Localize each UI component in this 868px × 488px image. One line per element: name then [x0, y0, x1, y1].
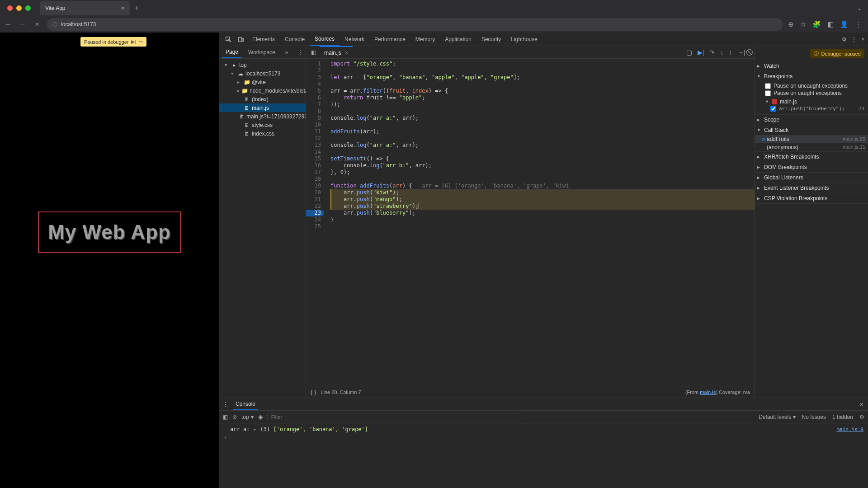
pause-caught-checkbox[interactable]: Pause on caught exceptions: [765, 89, 868, 97]
section-xhr[interactable]: ▶XHR/fetch Breakpoints: [755, 152, 868, 162]
resume-icon[interactable]: ▶|: [131, 39, 136, 45]
close-drawer-icon[interactable]: ×: [860, 401, 868, 408]
tab-lighthouse[interactable]: Lighthouse: [506, 33, 542, 46]
tab-console[interactable]: Console: [280, 33, 310, 46]
nav-tab-page[interactable]: Page: [222, 46, 242, 58]
section-callstack[interactable]: ▼Call Stack: [755, 125, 868, 135]
extensions-icon[interactable]: 🧩: [812, 20, 821, 28]
clear-console-icon[interactable]: ⊘: [232, 414, 237, 420]
section-event[interactable]: ▶Event Listener Breakpoints: [755, 183, 868, 193]
expand-icon[interactable]: ▸: [253, 426, 256, 432]
console-sidebar-icon[interactable]: ◧: [223, 414, 228, 420]
format-icon[interactable]: { }: [311, 389, 316, 395]
step-icon[interactable]: →|: [737, 49, 745, 56]
back-button[interactable]: ←: [4, 20, 13, 28]
file-tree: ▾▸top ▾☁localhost:5173 ▸📁@vite ▸📁node_mo…: [219, 59, 306, 398]
drawer-menu-icon[interactable]: ⋮: [223, 401, 228, 408]
console-prompt-icon[interactable]: ›: [224, 434, 227, 441]
app-heading-box: My Web App: [38, 211, 181, 253]
editor-tab-main[interactable]: main.js ×: [320, 46, 353, 58]
section-scope[interactable]: ▶Scope: [755, 115, 868, 125]
more-icon[interactable]: ⋮: [851, 36, 857, 42]
close-devtools-icon[interactable]: ×: [861, 36, 864, 42]
tree-top[interactable]: ▾▸top: [219, 61, 306, 69]
window-controls: [4, 5, 34, 11]
toggle-nav-icon[interactable]: ◧: [308, 49, 319, 56]
settings-icon[interactable]: ⚙: [842, 36, 847, 42]
sidepanel-icon[interactable]: ◧: [827, 20, 834, 28]
browser-tab[interactable]: Vite App ×: [40, 1, 130, 15]
tab-application[interactable]: Application: [440, 33, 476, 46]
forward-button[interactable]: →: [18, 20, 27, 28]
section-dom[interactable]: ▶DOM Breakpoints: [755, 162, 868, 172]
console-filter-input[interactable]: [267, 413, 520, 421]
site-info-icon[interactable]: ⓘ: [52, 21, 57, 28]
close-tab-icon[interactable]: ×: [121, 5, 125, 12]
tab-performance[interactable]: Performance: [369, 33, 410, 46]
no-issues-label[interactable]: No Issues: [802, 414, 826, 420]
pretty-print-icon[interactable]: ▢: [686, 49, 692, 56]
nav-tab-overflow[interactable]: »: [282, 46, 292, 58]
zoom-icon[interactable]: ⊕: [788, 20, 794, 28]
section-watch[interactable]: ▶Watch: [755, 61, 868, 71]
tree-folder-nodemodules[interactable]: ▸📁node_modules/vite/dist/c: [219, 86, 306, 95]
device-toggle-icon[interactable]: [235, 33, 247, 46]
section-csp[interactable]: ▶CSP Violation Breakpoints: [755, 193, 868, 203]
editor-column: ◧ main.js × ▢ ▶| ↷ ↓ ↑ →| ⃠: [306, 46, 755, 398]
tree-file-main-ts[interactable]: 🗎main.js?t=171093327290: [219, 112, 306, 121]
tab-elements[interactable]: Elements: [247, 33, 280, 46]
coverage-link[interactable]: main.js: [700, 389, 716, 395]
close-window-icon[interactable]: [7, 5, 13, 11]
nav-tab-workspace[interactable]: Workspace: [245, 46, 279, 58]
breakpoint-file[interactable]: ▼main.js: [765, 99, 868, 105]
log-levels-select[interactable]: Default levels ▾: [759, 414, 795, 420]
minimize-window-icon[interactable]: [16, 5, 22, 11]
section-breakpoints[interactable]: ▼Breakpoints: [755, 71, 868, 81]
url-field[interactable]: ⓘ localhost:5173: [47, 18, 783, 31]
tree-file-main[interactable]: 🗎main.js: [219, 103, 306, 112]
tab-security[interactable]: Security: [476, 33, 506, 46]
reload-button[interactable]: ×: [33, 20, 42, 28]
tree-folder-vite[interactable]: ▸📁@vite: [219, 78, 306, 86]
breakpoint-entry[interactable]: arr.push("blueberry"); 23: [765, 105, 868, 113]
paused-overlay: Paused in debugger ▶| ↪: [80, 37, 146, 47]
tree-file-style[interactable]: 🗎style.css: [219, 121, 306, 129]
url-text: localhost:5173: [61, 21, 96, 28]
cursor-position: Line 20, Column 7: [321, 389, 361, 395]
console-settings-icon[interactable]: ⚙: [859, 414, 864, 420]
tree-file-index[interactable]: 🗎(index): [219, 95, 306, 103]
console-drawer: ⋮ Console × ◧ ⊘ top▾ ◉ Default levels ▾ …: [219, 398, 868, 488]
drawer-tab-console[interactable]: Console: [233, 398, 258, 410]
tree-file-indexcss[interactable]: 🗎index.css: [219, 129, 306, 138]
log-source-link[interactable]: main.js:9: [836, 427, 863, 432]
profile-icon[interactable]: 👤: [840, 20, 849, 28]
page-viewport: Paused in debugger ▶| ↪ My Web App: [0, 33, 219, 488]
callstack-frame[interactable]: ➤addFruitsmain.js:20: [755, 135, 868, 143]
step-icon[interactable]: ↪: [139, 39, 143, 45]
step-into-icon[interactable]: ↓: [720, 49, 723, 56]
nav-more-icon[interactable]: ⋮: [297, 49, 303, 56]
step-over-icon[interactable]: ↷: [709, 49, 715, 56]
new-tab-button[interactable]: +: [130, 4, 143, 12]
inspect-icon[interactable]: [222, 33, 235, 46]
tree-host[interactable]: ▾☁localhost:5173: [219, 69, 306, 78]
pause-uncaught-checkbox[interactable]: Pause on uncaught exceptions: [765, 82, 868, 89]
callstack-frame[interactable]: (anonymous)main.js:11: [755, 143, 868, 151]
console-log-row[interactable]: arr a: ▸ (3) ['orange', 'banana', 'grape…: [224, 425, 863, 433]
close-editor-tab-icon[interactable]: ×: [345, 50, 348, 56]
log-preview: (3) ['orange', 'banana', 'grape']: [260, 426, 368, 432]
maximize-window-icon[interactable]: [25, 5, 31, 11]
breakpoint-checkbox[interactable]: [770, 106, 776, 112]
step-out-icon[interactable]: ↑: [729, 49, 732, 56]
tab-sources[interactable]: Sources: [310, 33, 340, 46]
code-editor[interactable]: 1234567891011121314151617181920212223242…: [306, 59, 755, 386]
resume-script-icon[interactable]: ▶|: [698, 49, 704, 56]
tab-memory[interactable]: Memory: [410, 33, 440, 46]
bookmark-icon[interactable]: ☆: [800, 20, 806, 28]
tab-network[interactable]: Network: [340, 33, 369, 46]
console-context-select[interactable]: top▾: [241, 414, 254, 420]
chevron-down-icon[interactable]: ⌄: [857, 5, 864, 11]
menu-icon[interactable]: ⋮: [855, 20, 862, 28]
section-global[interactable]: ▶Global Listeners: [755, 173, 868, 183]
live-expression-icon[interactable]: ◉: [258, 414, 263, 420]
